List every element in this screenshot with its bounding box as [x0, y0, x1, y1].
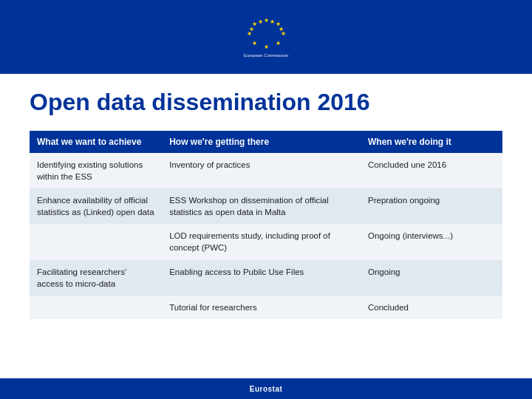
table-row: LOD requirements study, including proof …	[30, 224, 502, 259]
table-header-row: What we want to achieve How we're gettin…	[30, 131, 502, 153]
ec-logo: ★ ★ ★ ★ ★ ★ ★ ★ ★ ★ ★ ★ European Commiss…	[236, 15, 296, 59]
cell-4-1: Facilitating researchers' access to micr…	[30, 260, 162, 296]
cell-3-3: Ongoing (interviews...)	[361, 224, 502, 259]
svg-text:★: ★	[258, 18, 263, 25]
page-title: Open data dissemination 2016	[30, 89, 502, 116]
cell-3-1	[30, 224, 162, 259]
cell-5-3: Concluded	[361, 296, 502, 319]
table-row: Identifying existing solutions within th…	[30, 153, 502, 188]
col-header-2: How we're getting there	[162, 131, 361, 153]
svg-text:★: ★	[264, 44, 269, 50]
cell-1-3: Concluded une 2016	[361, 153, 502, 188]
svg-text:★: ★	[279, 26, 284, 33]
cell-5-2: Tutorial for researchers	[162, 296, 361, 319]
col-header-1: What we want to achieve	[30, 131, 162, 153]
cell-2-2: ESS Workshop on dissemination of officia…	[162, 188, 361, 224]
table-row: Tutorial for researchers Concluded	[30, 296, 502, 319]
top-banner: ★ ★ ★ ★ ★ ★ ★ ★ ★ ★ ★ ★ European Commiss…	[0, 0, 532, 74]
table-row: Facilitating researchers' access to micr…	[30, 260, 502, 296]
cell-2-3: Prepration ongoing	[361, 188, 502, 224]
cell-3-2: LOD requirements study, including proof …	[162, 224, 361, 259]
col-header-3: When we're doing it	[361, 131, 502, 153]
svg-text:★: ★	[249, 26, 254, 33]
svg-text:★: ★	[276, 40, 281, 47]
bottom-bar: Eurostat	[0, 378, 532, 399]
data-table: What we want to achieve How we're gettin…	[30, 131, 502, 319]
main-content: Open data dissemination 2016 What we wan…	[0, 74, 532, 327]
table-row: Enhance availability of official statist…	[30, 188, 502, 224]
svg-text:European Commission: European Commission	[244, 53, 289, 58]
svg-text:★: ★	[264, 17, 269, 24]
cell-1-2: Inventory of practices	[162, 153, 361, 188]
svg-text:★: ★	[252, 40, 257, 47]
cell-4-2: Enabling access to Public Use Files	[162, 260, 361, 296]
svg-text:★: ★	[270, 18, 275, 25]
cell-4-3: Ongoing	[361, 260, 502, 296]
cell-2-1: Enhance availability of official statist…	[30, 188, 162, 224]
cell-1-1: Identifying existing solutions within th…	[30, 153, 162, 188]
footer-label: Eurostat	[250, 385, 283, 393]
cell-5-1	[30, 296, 162, 319]
